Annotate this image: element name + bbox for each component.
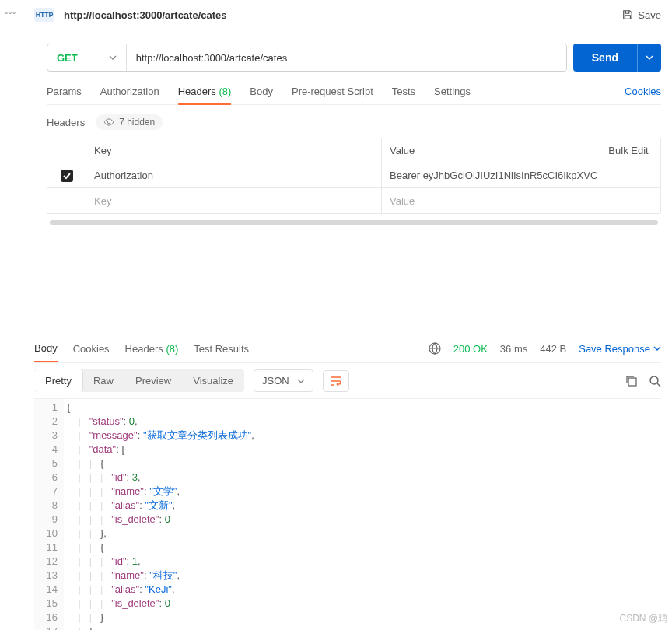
- col-key: Key: [86, 138, 382, 163]
- eye-icon: [103, 118, 114, 126]
- tab-headers[interactable]: Headers (8): [178, 79, 232, 105]
- sidebar-drag-handle[interactable]: ∘∘∘: [4, 8, 13, 16]
- method-name: GET: [57, 52, 78, 64]
- toggle-hidden-headers[interactable]: 7 hidden: [96, 114, 163, 130]
- view-visualize[interactable]: Visualize: [182, 369, 244, 392]
- format-label: JSON: [262, 375, 289, 387]
- header-key-placeholder[interactable]: Key: [86, 188, 382, 213]
- chevron-down-icon: [646, 54, 653, 61]
- resp-tab-body[interactable]: Body: [34, 342, 58, 362]
- headers-count: (8): [219, 86, 231, 97]
- resp-headers-count: (8): [166, 343, 178, 355]
- svg-point-3: [650, 376, 658, 384]
- cookies-link[interactable]: Cookies: [625, 79, 661, 104]
- request-title: http://localhost:3000/artcate/cates: [64, 9, 227, 21]
- watermark: CSDN @鸡: [619, 612, 667, 625]
- headers-table: Key Value Bulk Edit Authorization Bearer…: [47, 138, 661, 214]
- header-row[interactable]: Authorization Bearer eyJhbGciOiJIUzI1NiI…: [47, 163, 660, 188]
- header-value[interactable]: Bearer eyJhbGciOiJIUzI1NiIsInR5cCI6IkpXV…: [382, 163, 597, 187]
- chevron-down-icon: [653, 345, 661, 352]
- header-value-placeholder[interactable]: Value: [382, 188, 597, 213]
- save-label: Save: [638, 9, 661, 21]
- check-icon: [63, 172, 71, 180]
- tab-prerequest[interactable]: Pre-request Script: [292, 79, 373, 104]
- tab-authorization[interactable]: Authorization: [100, 79, 159, 104]
- send-button[interactable]: Send: [573, 44, 637, 72]
- search-icon[interactable]: [649, 375, 661, 387]
- header-key[interactable]: Authorization: [86, 163, 382, 187]
- view-preview[interactable]: Preview: [124, 369, 182, 392]
- response-body[interactable]: { | "status": 0, | "message": "获取文章分类列表成…: [64, 399, 254, 630]
- url-input[interactable]: [127, 44, 566, 71]
- save-response-button[interactable]: Save Response: [579, 343, 661, 355]
- svg-rect-2: [628, 378, 636, 386]
- dots-icon: ∘∘∘: [4, 8, 13, 16]
- save-icon: [622, 9, 633, 20]
- chevron-down-icon: [297, 377, 305, 385]
- copy-icon[interactable]: [625, 375, 638, 387]
- tab-headers-label: Headers: [178, 86, 216, 97]
- wrap-icon: [330, 376, 342, 387]
- hidden-count: 7 hidden: [119, 117, 155, 128]
- line-gutter: 123456789101112131415161718: [34, 399, 64, 630]
- http-badge-icon: HTTP: [34, 8, 54, 22]
- col-value: Value: [382, 138, 597, 163]
- wrap-lines-button[interactable]: [323, 370, 349, 392]
- tab-body[interactable]: Body: [250, 79, 273, 104]
- horizontal-scrollbar[interactable]: [50, 220, 658, 225]
- response-size: 442 B: [540, 343, 566, 355]
- tab-settings[interactable]: Settings: [434, 79, 471, 104]
- save-button[interactable]: Save: [622, 9, 661, 21]
- header-checkbox[interactable]: [61, 170, 73, 182]
- headers-section-label: Headers: [47, 117, 85, 128]
- tab-tests[interactable]: Tests: [392, 79, 415, 104]
- svg-point-0: [107, 121, 110, 123]
- status-code: 200 OK: [453, 343, 488, 355]
- resp-tab-cookies[interactable]: Cookies: [73, 343, 110, 355]
- resp-tab-test-results[interactable]: Test Results: [194, 343, 249, 355]
- send-dropdown-button[interactable]: [637, 44, 661, 72]
- tab-params[interactable]: Params: [47, 79, 82, 104]
- response-time: 36 ms: [500, 343, 527, 355]
- http-method-select[interactable]: GET: [47, 44, 127, 71]
- view-raw[interactable]: Raw: [82, 369, 124, 392]
- bulk-edit-button[interactable]: Bulk Edit: [597, 138, 660, 163]
- view-pretty[interactable]: Pretty: [34, 369, 82, 392]
- save-response-label: Save Response: [579, 343, 650, 355]
- resp-headers-label: Headers: [125, 343, 163, 355]
- chevron-down-icon: [109, 54, 117, 61]
- format-select[interactable]: JSON: [254, 369, 313, 392]
- resp-tab-headers[interactable]: Headers (8): [125, 343, 179, 355]
- globe-icon[interactable]: [429, 342, 441, 355]
- header-row-empty[interactable]: Key Value: [47, 188, 660, 213]
